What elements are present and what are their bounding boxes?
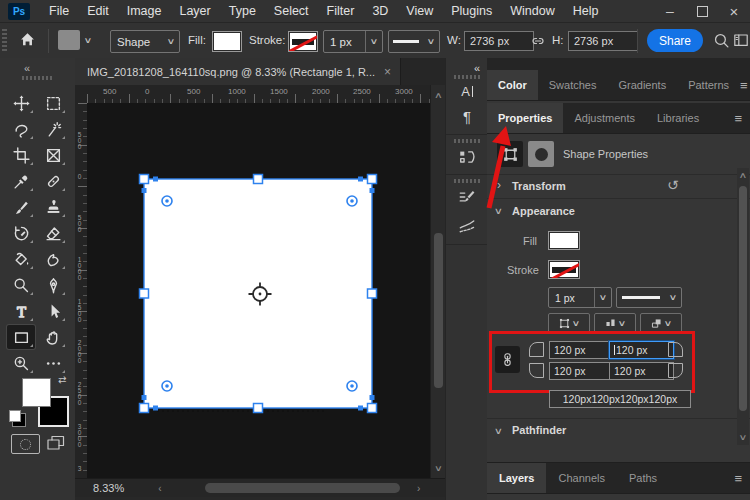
tab-swatches[interactable]: Swatches	[538, 70, 608, 100]
chevron-down-icon[interactable]: ∨	[494, 206, 503, 216]
collapse-tools-icon[interactable]: «	[24, 62, 30, 74]
stroke-style-select[interactable]: ∨	[388, 30, 440, 53]
tab-paths[interactable]: Paths	[617, 463, 669, 493]
swap-colors-icon[interactable]: ⇄	[58, 374, 66, 385]
brush-tool[interactable]	[7, 195, 35, 219]
top-right-corner-icon[interactable]	[668, 342, 683, 357]
vertical-scrollbar[interactable]: ∧ ∨	[430, 85, 446, 478]
dock-grip[interactable]	[454, 139, 480, 143]
stroke-style-select[interactable]: ∨	[616, 287, 682, 308]
vertical-scroll-thumb[interactable]	[434, 233, 443, 388]
bottom-left-radius-input[interactable]: 120 px	[549, 362, 611, 380]
chevron-down-icon[interactable]: ∨	[494, 426, 503, 436]
shape-properties-button[interactable]	[497, 141, 523, 167]
scroll-left-icon[interactable]: ‹	[158, 483, 161, 494]
menu-view[interactable]: View	[397, 0, 442, 22]
mask-properties-button[interactable]	[528, 141, 554, 167]
tool-mode-select[interactable]: Shape ∨	[110, 30, 180, 53]
path-alignment-button[interactable]: ∨	[594, 313, 636, 333]
chevron-right-icon[interactable]: ›	[497, 178, 501, 192]
top-right-radius-input[interactable]: 120 px	[609, 341, 674, 359]
dodge-tool[interactable]	[7, 273, 35, 297]
tab-patterns[interactable]: Patterns	[677, 70, 740, 100]
stroke-width-select[interactable]: 1 px ∨	[323, 30, 383, 53]
path-arrangement-button[interactable]: ∨	[640, 313, 682, 333]
share-button[interactable]: Share	[647, 29, 703, 52]
tab-libraries[interactable]: Libraries	[646, 103, 710, 133]
tab-gradients[interactable]: Gradients	[607, 70, 677, 100]
panel-menu-icon[interactable]: ≡	[734, 111, 742, 126]
stroke-swatch[interactable]	[548, 260, 580, 279]
bottom-left-corner-icon[interactable]	[529, 363, 544, 378]
rectangular-marquee-tool[interactable]	[39, 91, 67, 115]
menu-help[interactable]: Help	[564, 0, 608, 22]
tab-close-icon[interactable]: ×	[375, 65, 400, 79]
appearance-section-header[interactable]: Appearance	[512, 205, 575, 217]
minimize-button[interactable]: –	[654, 0, 686, 22]
radius-summary-field[interactable]: 120px120px120px120px	[549, 390, 691, 408]
tool-preset-picker[interactable]: ∨	[58, 30, 96, 50]
frame-tool[interactable]	[39, 143, 67, 167]
rectangle-tool[interactable]	[7, 325, 35, 349]
fill-swatch[interactable]	[548, 231, 580, 250]
home-button[interactable]	[19, 31, 36, 52]
crop-tool[interactable]	[7, 143, 35, 167]
spot-healing-brush-tool[interactable]	[39, 169, 67, 193]
rectangle-shape[interactable]	[144, 179, 372, 408]
eraser-tool[interactable]	[39, 221, 67, 245]
tab-adjustments[interactable]: Adjustments	[563, 103, 646, 133]
paint-bucket-tool[interactable]	[7, 247, 35, 271]
properties-scroll-thumb[interactable]	[739, 186, 747, 411]
screen-mode-button[interactable]	[46, 434, 66, 456]
eyedropper-tool[interactable]	[7, 169, 35, 193]
scroll-right-icon[interactable]: ›	[417, 483, 420, 494]
scroll-down-icon[interactable]: ∨	[734, 433, 750, 442]
smudge-tool[interactable]	[39, 247, 67, 271]
hand-tool[interactable]	[39, 325, 67, 349]
stroke-width-select[interactable]: 1 px ∨	[548, 287, 612, 308]
maximize-button[interactable]	[686, 0, 718, 22]
pathfinder-section-header[interactable]: Pathfinder	[512, 424, 566, 436]
clone-stamp-tool[interactable]	[39, 195, 67, 219]
more-tools-button[interactable]	[39, 351, 67, 375]
width-input[interactable]: 2736 px	[464, 31, 534, 51]
reset-icon[interactable]: ↺	[667, 177, 679, 193]
expand-panels-icon[interactable]: «	[446, 62, 488, 74]
menu-plugins[interactable]: Plugins	[442, 0, 501, 22]
menu-layer[interactable]: Layer	[170, 0, 219, 22]
top-left-radius-input[interactable]: 120 px	[549, 341, 611, 359]
tab-properties[interactable]: Properties	[487, 103, 563, 133]
workspace-switcher-button[interactable]	[733, 32, 749, 52]
bottom-right-radius-input[interactable]: 120 px	[609, 362, 674, 380]
zoom-tool[interactable]	[7, 351, 35, 375]
options-bar-grip[interactable]	[2, 29, 7, 53]
height-input[interactable]: 2736 px	[568, 31, 638, 51]
link-dimensions-button[interactable]	[530, 33, 546, 53]
tools-grip[interactable]	[22, 76, 52, 80]
panel-menu-icon[interactable]: ≡	[734, 471, 742, 486]
fill-swatch[interactable]	[212, 31, 242, 52]
link-radius-values-button[interactable]	[495, 346, 520, 373]
move-tool[interactable]	[7, 91, 35, 115]
brush-settings-panel-button[interactable]	[446, 188, 488, 210]
menu-window[interactable]: Window	[501, 0, 563, 22]
close-button[interactable]: ×	[718, 0, 750, 22]
top-left-corner-icon[interactable]	[529, 342, 544, 357]
stroke-swatch[interactable]	[288, 31, 318, 52]
canvas[interactable]	[87, 103, 430, 478]
menu-edit[interactable]: Edit	[78, 0, 118, 22]
zoom-level[interactable]: 8.33%	[93, 482, 124, 494]
horizontal-scroll-thumb[interactable]	[205, 483, 400, 493]
foreground-color-swatch[interactable]	[22, 378, 51, 407]
character-panel-button[interactable]: A	[446, 84, 488, 99]
menu-type[interactable]: Type	[220, 0, 265, 22]
search-button[interactable]	[713, 32, 730, 53]
dock-grip[interactable]	[454, 75, 480, 79]
lasso-tool[interactable]	[7, 117, 35, 141]
quick-selection-tool[interactable]	[39, 117, 67, 141]
path-selection-tool[interactable]	[39, 299, 67, 323]
type-tool[interactable]: T	[7, 299, 35, 323]
dock-grip[interactable]	[454, 179, 480, 183]
history-brush-tool[interactable]	[7, 221, 35, 245]
menu-3d[interactable]: 3D	[363, 0, 397, 22]
